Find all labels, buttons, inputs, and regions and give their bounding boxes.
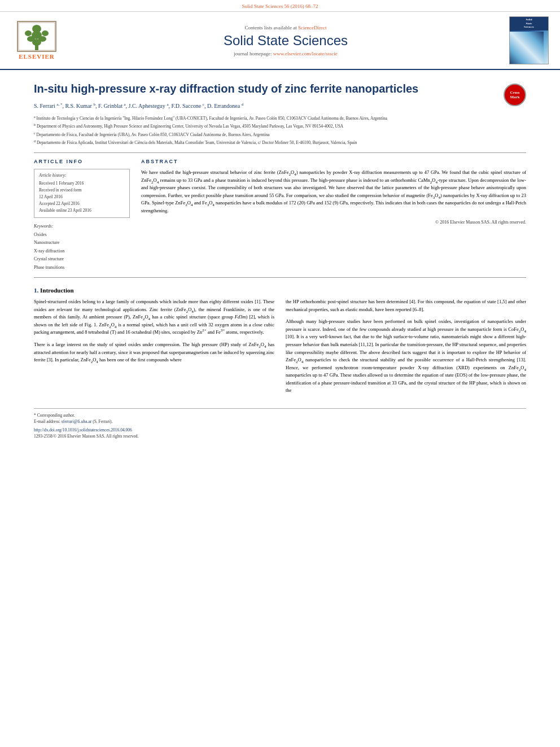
homepage-url[interactable]: www.elsevier.com/locate/ssscie	[273, 51, 338, 56]
journal-homepage: journal homepage: www.elsevier.com/locat…	[62, 51, 509, 56]
history-online: Available online 23 April 2016	[39, 207, 125, 214]
article-info-panel: ARTICLE INFO Article history: Received 1…	[34, 159, 130, 272]
article-title: In-situ high-pressure x-ray diffraction …	[34, 81, 526, 96]
journal-cover: SolidStateSciences	[509, 16, 549, 64]
cover-image	[510, 32, 544, 65]
citation-text: Solid State Sciences 56 (2016) 68–72	[242, 3, 318, 9]
crossmark-badge: CrossMark	[504, 84, 526, 106]
body-para-1: Spinel-structured oxides belong to a lar…	[34, 298, 274, 337]
svg-point-6	[42, 30, 49, 36]
info-abstract-columns: ARTICLE INFO Article history: Received 1…	[34, 159, 526, 272]
svg-point-7	[32, 25, 41, 33]
history-received: Received 1 February 2016	[39, 180, 125, 187]
divider	[34, 152, 526, 153]
body-para-2: There is a large interest on the study o…	[34, 341, 274, 364]
keyword-phase: Phase transitions	[34, 264, 130, 272]
history-title: Article history:	[39, 173, 125, 178]
section-number: 1.	[34, 287, 40, 294]
keyword-nanostructure: Nanostructure	[34, 239, 130, 247]
email-line: E-mail address: sferrari@fi.uba.ar (S. F…	[34, 418, 526, 425]
footnote-area: * Corresponding author. E-mail address: …	[34, 408, 526, 439]
body-col-right: the HP orthorhombic post-spinel structur…	[286, 298, 526, 399]
svg-point-5	[25, 30, 32, 36]
elsevier-tree-icon	[17, 21, 56, 52]
affiliation-d: Departamento de Física Aplicada, Institu…	[37, 140, 357, 145]
email-link[interactable]: sferrari@fi.uba.ar	[62, 419, 92, 424]
body-col-left: Spinel-structured oxides belong to a lar…	[34, 298, 274, 399]
elsevier-logo: ELSEVIER	[11, 21, 62, 60]
corresponding-author: * Corresponding author.	[34, 412, 526, 418]
article-info-title: ARTICLE INFO	[34, 159, 130, 164]
sciencedirect-link[interactable]: ScienceDirect	[298, 25, 326, 30]
section-1-title: 1. Introduction	[34, 287, 526, 294]
keyword-oxides: Oxides	[34, 231, 130, 239]
body-para-4: Although many high-pressure studies have…	[286, 318, 526, 395]
history-revised-date: 12 April 2016	[39, 194, 125, 200]
keyword-xray: X-ray diffraction	[34, 247, 130, 255]
abstract-section: ABSTRACT We have studied the high-pressu…	[141, 159, 526, 272]
doi-line: http://dx.doi.org/10.1016/j.solidstatesc…	[34, 427, 526, 433]
body-section: 1. Introduction Spinel-structured oxides…	[34, 287, 526, 399]
keyword-crystal: Crystal structure	[34, 255, 130, 263]
abstract-text: We have studied the high-pressure struct…	[141, 169, 526, 215]
abstract-title: ABSTRACT	[141, 159, 526, 164]
sciencedirect-line: Contents lists available at ScienceDirec…	[62, 25, 509, 30]
journal-title-center: Contents lists available at ScienceDirec…	[62, 25, 509, 56]
elsevier-wordmark: ELSEVIER	[19, 53, 55, 60]
keywords-title: Keywords:	[34, 224, 130, 229]
keywords-section: Keywords: Oxides Nanostructure X-ray dif…	[34, 224, 130, 272]
history-revised-label: Received in revised form	[39, 187, 125, 194]
article-history-box: Article history: Received 1 February 201…	[34, 169, 130, 218]
affiliations: a Instituto de Tecnología y Ciencias de …	[34, 115, 526, 146]
affiliation-a: Instituto de Tecnología y Ciencias de la…	[37, 116, 387, 121]
history-accepted: Accepted 22 April 2016	[39, 200, 125, 207]
affiliation-c: Departamento de Física, Facultad de Inge…	[37, 132, 270, 137]
copyright-text: © 2016 Elsevier Masson SAS. All rights r…	[141, 220, 526, 225]
divider-2	[34, 277, 526, 278]
doi-link[interactable]: http://dx.doi.org/10.1016/j.solidstatesc…	[34, 427, 132, 433]
journal-header: ELSEVIER Contents lists available at Sci…	[0, 12, 560, 70]
citation-bar: Solid State Sciences 56 (2016) 68–72	[0, 0, 560, 12]
body-columns: Spinel-structured oxides belong to a lar…	[34, 298, 526, 399]
main-content: CrossMark In-situ high-pressure x-ray di…	[0, 70, 560, 450]
cover-title: SolidStateSciences	[510, 17, 548, 30]
affiliation-b: Department of Physics and Astronomy, Hig…	[37, 124, 343, 129]
journal-name: Solid State Sciences	[62, 33, 509, 49]
issn-line: 1293-2558/© 2016 Elsevier Masson SAS. Al…	[34, 434, 526, 439]
authors-line: S. Ferrari a, *, R.S. Kumar b, F. Grinbl…	[34, 102, 526, 111]
body-para-3: the HP orthorhombic post-spinel structur…	[286, 298, 526, 313]
